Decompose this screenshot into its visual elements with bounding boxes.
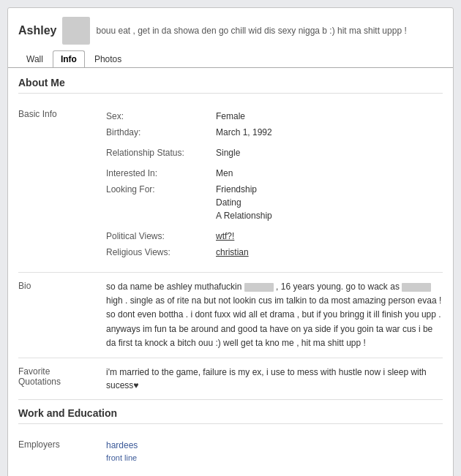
interested-value: Men (216, 167, 233, 180)
tab-photos[interactable]: Photos (86, 50, 130, 67)
tab-wall[interactable]: Wall (18, 50, 51, 67)
birthday-label: Birthday: (106, 126, 216, 139)
tab-info[interactable]: Info (53, 50, 85, 67)
sex-block: Sex: Female (106, 108, 443, 124)
content-area: About Me Basic Info Sex: Female Birthday… (8, 68, 453, 476)
birthday-block: Birthday: March 1, 1992 (106, 124, 443, 140)
looking-value: Friendship Dating A Relationship (216, 183, 272, 222)
employer-position-link[interactable]: front line (106, 452, 443, 464)
bio-row: Bio so da name be ashley muthafuckin , 1… (18, 273, 443, 358)
political-label: Political Views: (106, 230, 216, 243)
religious-value[interactable]: christian (216, 246, 249, 259)
sex-value: Female (216, 110, 245, 123)
political-block: Political Views: wtf?! (106, 228, 443, 244)
quotations-label: Favorite Quotations (18, 366, 106, 392)
profile-status: bouu eat , get in da showa den go chill … (96, 26, 443, 36)
about-me-section: About Me Basic Info Sex: Female Birthday… (18, 77, 443, 400)
interested-label: Interested In: (106, 167, 216, 180)
basic-info-label: Basic Info (18, 108, 106, 265)
basic-info-content: Sex: Female Birthday: March 1, 1992 Rela… (106, 108, 443, 265)
views-group: Political Views: wtf?! Religious Views: … (106, 228, 443, 260)
work-education-title: Work and Education (18, 407, 443, 424)
footer-brand: lamebook.com (18, 471, 443, 476)
sex-label: Sex: (106, 110, 216, 123)
sex-group: Sex: Female Birthday: March 1, 1992 (106, 108, 443, 140)
religious-block: Religious Views: christian (106, 244, 443, 260)
redacted-1 (244, 283, 274, 292)
looking-v1: Friendship (216, 184, 257, 194)
basic-info-row: Basic Info Sex: Female Birthday: March 1… (18, 101, 443, 273)
looking-block: Looking For: Friendship Dating A Relatio… (106, 181, 443, 224)
profile-card: Ashley bouu eat , get in da showa den go… (7, 7, 454, 476)
redacted-2 (402, 283, 431, 292)
quotations-row: Favorite Quotations i'm married to the g… (18, 358, 443, 399)
employer-name-link[interactable]: hardees (106, 439, 443, 452)
interests-group: Interested In: Men Looking For: Friendsh… (106, 165, 443, 224)
looking-v2: Dating (216, 197, 241, 208)
employers-content: hardees front line (106, 439, 443, 464)
employers-row: Employers hardees front line (18, 431, 443, 472)
quotations-content: i'm married to the game, failure is my e… (106, 366, 443, 392)
interested-block: Interested In: Men (106, 165, 443, 181)
relationship-block: Relationship Status: Single (106, 145, 443, 161)
birthday-value: March 1, 1992 (216, 126, 272, 139)
avatar (62, 17, 90, 45)
nav-tabs: Wall Info Photos (8, 50, 453, 68)
employers-label: Employers (18, 439, 106, 464)
about-me-title: About Me (18, 77, 443, 94)
political-value[interactable]: wtf?! (216, 230, 234, 243)
profile-name: Ashley (18, 24, 56, 37)
bio-label: Bio (18, 280, 106, 350)
looking-label: Looking For: (106, 183, 216, 222)
relationship-value: Single (216, 146, 240, 159)
relationship-label: Relationship Status: (106, 146, 216, 159)
religious-label: Religious Views: (106, 246, 216, 259)
relationship-group: Relationship Status: Single (106, 145, 443, 161)
bio-content: so da name be ashley muthafuckin , 16 ye… (106, 280, 443, 350)
looking-v3: A Relationship (216, 211, 272, 221)
work-education-section: Work and Education Employers hardees fro… (18, 407, 443, 472)
profile-header: Ashley bouu eat , get in da showa den go… (8, 8, 453, 50)
